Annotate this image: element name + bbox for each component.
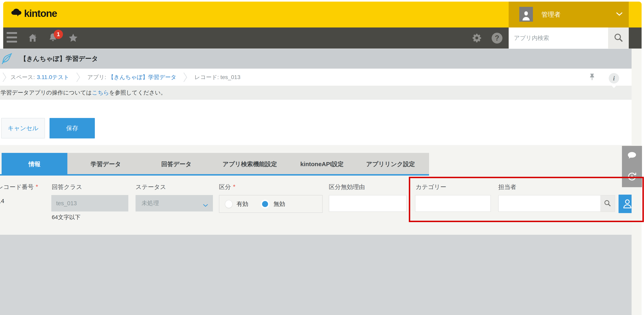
breadcrumb-chevron-icon <box>183 72 188 82</box>
assignee-field <box>498 195 615 212</box>
search-icon <box>614 33 624 43</box>
tab-kintone-api-settings[interactable]: kintoneAPI設定 <box>300 153 344 175</box>
user-avatar[interactable] <box>519 7 533 22</box>
tab-learning-data[interactable]: 学習データ <box>91 153 121 175</box>
history-clock-icon <box>627 179 637 182</box>
breadcrumb-app-link[interactable]: 【きんちゃぼ】学習データ <box>108 73 176 81</box>
page-title: 【きんちゃぼ】学習データ <box>20 49 98 69</box>
radio-label: 無効 <box>274 200 285 208</box>
assignee-label: 担当者 <box>498 183 516 191</box>
save-button[interactable]: 保存 <box>50 118 95 138</box>
bottom-panel <box>0 235 632 315</box>
assignee-search-button[interactable] <box>600 195 615 211</box>
pin-icon[interactable] <box>588 73 596 83</box>
home-icon[interactable] <box>28 33 38 44</box>
tab-info[interactable]: 情報 <box>2 153 67 175</box>
kintone-record-edit-screen: kintone 管理者 1 ? 【きんちゃぼ】学習データ スペース: <box>0 0 644 315</box>
assignee-input[interactable] <box>499 195 600 211</box>
menu-hamburger-icon[interactable] <box>6 32 17 43</box>
status-value: 未処理 <box>142 199 159 207</box>
app-pencil-icon <box>1 51 13 68</box>
radio-option-disabled[interactable]: 無効 <box>261 200 285 208</box>
flag-reason-label: 区分無効理由 <box>329 183 365 191</box>
answer-class-field: tes_013 <box>51 195 128 211</box>
info-here-link[interactable]: こちら <box>92 90 109 96</box>
info-text-before: 学習データアプリの操作については <box>0 90 92 96</box>
breadcrumb-space-link[interactable]: 3.11.0テスト <box>37 73 69 81</box>
settings-gear-icon[interactable] <box>472 33 482 44</box>
comments-button[interactable] <box>626 151 638 162</box>
answer-class-helper: 64文字以下 <box>52 213 80 221</box>
info-text-after: を参照してください。 <box>109 90 166 96</box>
help-icon[interactable]: ? <box>492 33 502 44</box>
category-flag-group: 有効 無効 <box>219 195 322 213</box>
logo-text: kintone <box>24 8 57 19</box>
search-icon <box>604 199 611 208</box>
status-select: 未処理 <box>136 195 213 211</box>
required-mark: * <box>36 183 38 190</box>
select-chevron-icon <box>203 202 208 208</box>
answer-class-label: 回答クラス <box>52 183 82 191</box>
required-mark: * <box>233 183 236 190</box>
breadcrumb: スペース: 3.11.0テスト アプリ: 【きんちゃぼ】学習データ レコード: … <box>0 69 632 86</box>
search-button[interactable] <box>608 28 629 49</box>
radio-option-enabled[interactable]: 有効 <box>225 200 248 208</box>
breadcrumb-lead-chevron-icon <box>2 72 7 82</box>
info-message-bar: 学習データアプリの操作についてはこちらを参照してください。 <box>0 86 632 100</box>
speech-bubble-icon <box>626 159 638 162</box>
tab-app-link-settings[interactable]: アプリリンク設定 <box>366 153 415 175</box>
breadcrumb-app-label: アプリ: <box>88 73 106 81</box>
flag-reason-input[interactable] <box>329 195 406 212</box>
app-search-input[interactable] <box>509 28 608 49</box>
tab-app-search-settings[interactable]: アプリ検索機能設定 <box>222 153 277 175</box>
breadcrumb-chevron-icon <box>76 72 80 82</box>
history-button[interactable] <box>627 171 637 182</box>
record-number-value: 14 <box>0 198 4 204</box>
category-input[interactable] <box>415 195 491 212</box>
radio-selected-icon <box>261 200 270 208</box>
kintone-logo[interactable]: kintone <box>10 8 57 19</box>
cancel-button[interactable]: キャンセル <box>1 118 45 138</box>
person-icon <box>520 9 532 22</box>
status-label: ステータス <box>136 183 166 191</box>
breadcrumb-record-label: レコード: tes_013 <box>194 73 240 81</box>
record-number-label: レコード番号* <box>0 183 38 191</box>
user-name: 管理者 <box>541 2 560 28</box>
record-info-icon[interactable]: i <box>609 73 619 84</box>
cloud-logo-icon <box>10 8 22 19</box>
breadcrumb-space-label: スペース: <box>10 73 35 81</box>
category-flag-label: 区分* <box>219 183 236 191</box>
record-side-toolbar <box>622 146 642 187</box>
info-caret <box>611 85 617 88</box>
radio-label: 有効 <box>236 200 248 208</box>
user-menu-chevron-icon[interactable] <box>616 12 623 17</box>
category-label: カテゴリー <box>416 183 446 191</box>
radio-unselected-icon <box>225 200 232 208</box>
tab-answer-data[interactable]: 回答データ <box>161 153 192 175</box>
favorites-star-icon[interactable] <box>68 33 79 44</box>
notification-badge: 1 <box>54 30 63 39</box>
